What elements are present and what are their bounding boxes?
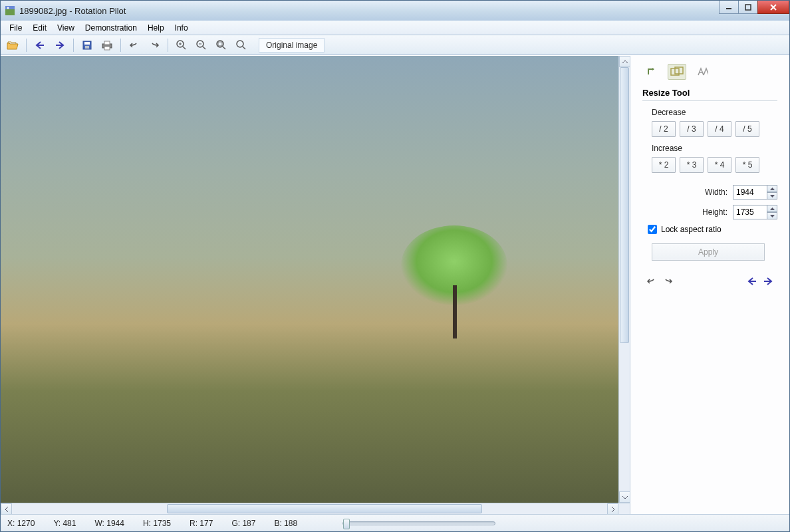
increase-3-button[interactable]: * 3 bbox=[680, 157, 704, 173]
panel-undo-button[interactable] bbox=[646, 277, 657, 286]
menu-info[interactable]: Info bbox=[170, 22, 193, 34]
menu-help[interactable]: Help bbox=[143, 22, 169, 34]
status-y: Y: 481 bbox=[53, 519, 76, 528]
close-button[interactable] bbox=[757, 1, 789, 14]
content: Resize Tool Decrease / 2 / 3 / 4 / 5 Inc… bbox=[1, 55, 789, 514]
print-button[interactable] bbox=[99, 37, 115, 53]
scroll-thumb[interactable] bbox=[167, 504, 482, 513]
increase-4-button[interactable]: * 4 bbox=[708, 157, 731, 173]
rotate-tool-tab[interactable] bbox=[642, 64, 661, 80]
canvas-area bbox=[1, 56, 630, 514]
menu-edit[interactable]: Edit bbox=[28, 22, 51, 34]
save-button[interactable] bbox=[79, 37, 95, 53]
panel-prev-button[interactable] bbox=[747, 277, 757, 286]
svg-rect-6 bbox=[85, 46, 89, 49]
svg-point-2 bbox=[7, 7, 9, 9]
zoom-label[interactable]: Original image bbox=[259, 38, 325, 53]
height-label: Height: bbox=[702, 207, 727, 217]
image-canvas[interactable] bbox=[1, 56, 618, 503]
zoom-actual-button[interactable] bbox=[233, 37, 249, 53]
statusbar: X: 1270 Y: 481 W: 1944 H: 1735 R: 177 G:… bbox=[1, 514, 789, 531]
panel-title: Resize Tool bbox=[642, 88, 777, 101]
width-spin-up[interactable] bbox=[767, 185, 777, 192]
lock-aspect-checkbox[interactable] bbox=[648, 225, 657, 234]
image-content bbox=[401, 225, 507, 345]
status-g: G: 187 bbox=[231, 519, 255, 528]
redo-button[interactable] bbox=[146, 37, 162, 53]
apply-button[interactable]: Apply bbox=[652, 243, 765, 261]
width-spin-down[interactable] bbox=[767, 192, 777, 200]
increase-5-button[interactable]: * 5 bbox=[735, 157, 759, 173]
minimize-button[interactable] bbox=[719, 1, 739, 14]
svg-rect-13 bbox=[218, 42, 222, 46]
scroll-down-icon[interactable] bbox=[619, 491, 630, 503]
side-panel: Resize Tool Decrease / 2 / 3 / 4 / 5 Inc… bbox=[630, 56, 789, 514]
svg-rect-0 bbox=[5, 9, 15, 15]
svg-point-12 bbox=[217, 41, 223, 47]
lock-aspect-label: Lock aspect ratio bbox=[661, 225, 722, 234]
menu-file[interactable]: File bbox=[5, 22, 27, 34]
decrease-2-button[interactable]: / 2 bbox=[652, 121, 676, 137]
status-r: R: 177 bbox=[190, 519, 213, 528]
zoom-out-button[interactable] bbox=[194, 37, 209, 53]
status-h: H: 1735 bbox=[143, 519, 171, 528]
panel-redo-button[interactable] bbox=[662, 277, 673, 286]
decrease-4-button[interactable]: / 4 bbox=[708, 121, 731, 137]
menubar: File Edit View Demonstration Help Info bbox=[1, 21, 789, 35]
next-button[interactable] bbox=[52, 37, 68, 53]
scroll-right-icon[interactable] bbox=[607, 503, 618, 515]
decrease-5-button[interactable]: / 5 bbox=[735, 121, 759, 137]
open-button[interactable] bbox=[5, 37, 21, 53]
window-buttons bbox=[720, 1, 789, 21]
increase-label: Increase bbox=[652, 144, 777, 153]
scroll-left-icon[interactable] bbox=[1, 503, 12, 515]
svg-rect-3 bbox=[745, 5, 751, 10]
zoom-fit-button[interactable] bbox=[213, 37, 229, 53]
undo-button[interactable] bbox=[126, 37, 142, 53]
window-title: 1899082.jpg - Rotation Pilot bbox=[19, 6, 720, 16]
app-icon bbox=[5, 5, 15, 16]
height-spin-down[interactable] bbox=[767, 212, 777, 219]
titlebar[interactable]: 1899082.jpg - Rotation Pilot bbox=[1, 1, 789, 21]
zoom-in-button[interactable] bbox=[174, 37, 190, 53]
status-b: B: 188 bbox=[274, 519, 297, 528]
svg-rect-8 bbox=[104, 41, 110, 45]
horizontal-scrollbar[interactable] bbox=[1, 503, 630, 514]
svg-rect-9 bbox=[104, 47, 110, 50]
svg-point-14 bbox=[237, 41, 243, 47]
panel-next-button[interactable] bbox=[763, 277, 773, 286]
text-tool-tab[interactable] bbox=[693, 64, 712, 80]
canvas-viewport bbox=[1, 56, 630, 503]
toolbar: Original image bbox=[1, 35, 789, 55]
resize-tool-tab[interactable] bbox=[668, 64, 686, 80]
svg-rect-1 bbox=[5, 6, 15, 9]
zoom-slider-knob[interactable] bbox=[343, 519, 350, 529]
status-w: W: 1944 bbox=[94, 519, 124, 528]
tool-tabs bbox=[642, 64, 777, 80]
menu-demonstration[interactable]: Demonstration bbox=[80, 22, 142, 34]
scroll-up-icon[interactable] bbox=[619, 56, 630, 67]
decrease-label: Decrease bbox=[652, 108, 777, 117]
app-window: 1899082.jpg - Rotation Pilot File Edit V… bbox=[0, 0, 790, 532]
width-label: Width: bbox=[705, 188, 727, 197]
menu-view[interactable]: View bbox=[53, 22, 79, 34]
scroll-thumb[interactable] bbox=[620, 67, 629, 343]
zoom-slider[interactable] bbox=[342, 521, 495, 525]
decrease-3-button[interactable]: / 3 bbox=[680, 121, 704, 137]
prev-button[interactable] bbox=[32, 37, 48, 53]
increase-2-button[interactable]: * 2 bbox=[652, 157, 676, 173]
width-input[interactable] bbox=[733, 185, 767, 200]
maximize-button[interactable] bbox=[738, 1, 758, 14]
height-spin-up[interactable] bbox=[767, 205, 777, 212]
height-input[interactable] bbox=[733, 205, 767, 219]
vertical-scrollbar[interactable] bbox=[618, 56, 630, 503]
status-x: X: 1270 bbox=[7, 519, 35, 528]
svg-rect-5 bbox=[84, 42, 90, 45]
